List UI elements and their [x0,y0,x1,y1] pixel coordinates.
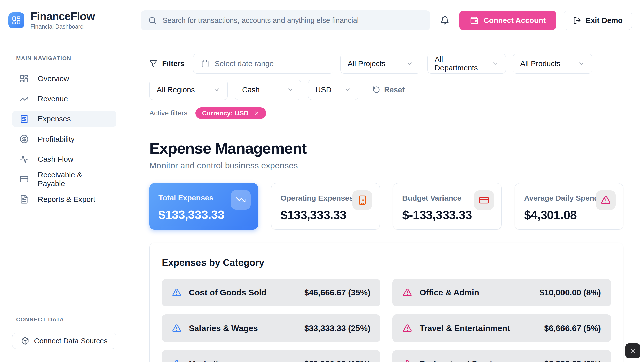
layout-dashboard-icon [20,74,29,83]
content: Filters Select date range All Projects A… [129,41,644,362]
currency-filter-chip[interactable]: Currency: USD [195,107,266,119]
sidebar-item-label: Revenue [38,95,68,103]
receipt-icon [20,114,29,123]
active-filters-label: Active filters: [149,109,189,117]
exit-demo-label: Exit Demo [586,16,623,25]
products-select[interactable]: All Products [513,54,592,74]
chevron-down-icon [578,60,585,67]
sidebar-item-label: Overview [38,74,69,83]
category-name: Salaries & Wages [189,324,297,333]
main-navigation: MAIN NAVIGATION Overview Revenue Expense… [0,41,129,211]
category-value: $10,000.00 (8%) [540,288,601,297]
accounting-basis-value: Cash [242,85,260,94]
alert-triangle-icon [601,195,611,205]
layout-dashboard-icon [12,16,21,25]
sidebar-item-cash-flow[interactable]: Cash Flow [12,151,116,167]
sidebar-item-profitability[interactable]: Profitability [12,131,116,147]
app-title: FinanceFlow [30,11,95,22]
category-value: $6,666.67 (5%) [544,324,601,333]
sidebar-item-overview[interactable]: Overview [12,71,116,87]
sidebar: FinanceFlow Financial Dashboard MAIN NAV… [0,0,129,362]
notifications-button[interactable] [440,16,449,25]
exit-demo-button[interactable]: Exit Demo [564,11,632,30]
sidebar-item-label: Profitability [38,135,75,143]
category-row-salaries-wages[interactable]: Salaries & Wages $33,333.33 (25%) [162,314,380,342]
sidebar-item-reports-export[interactable]: Reports & Export [12,191,116,207]
stat-icon-tile [352,190,372,210]
sidebar-item-revenue[interactable]: Revenue [12,91,116,107]
topbar: Connect Account Exit Demo [129,0,644,41]
connect-account-label: Connect Account [484,16,546,25]
activity-icon [20,155,29,164]
stat-value: $133,333.33 [280,208,371,222]
box-icon [21,337,29,345]
search-icon [148,16,156,24]
stat-card-budget-variance[interactable]: Budget Variance $-133,333.33 [393,183,502,230]
app-logo [8,12,24,28]
chevron-down-icon [213,86,220,93]
stat-card-operating-expenses[interactable]: Operating Expenses $133,333.33 [271,183,380,230]
main-area: Connect Account Exit Demo Filters Select… [129,0,644,362]
reset-filters-button[interactable]: Reset [371,85,406,94]
category-row-marketing[interactable]: Marketing $20,000.00 (15%) [162,350,380,362]
category-name: Marketing [189,359,297,362]
brand-text: FinanceFlow Financial Dashboard [30,11,95,30]
date-range-placeholder: Select date range [215,59,274,68]
brand-header: FinanceFlow Financial Dashboard [0,0,129,41]
alert-triangle-icon [172,288,181,297]
alert-triangle-icon [403,288,412,297]
close-button[interactable] [625,343,640,358]
chevron-down-icon [492,60,499,67]
projects-select[interactable]: All Projects [340,54,420,74]
page-subtitle: Monitor and control business expenses [149,161,623,170]
connect-account-button[interactable]: Connect Account [459,11,556,30]
stat-value: $-133,333.33 [402,208,492,222]
global-search[interactable] [141,10,430,30]
category-value: $33,333.33 (25%) [304,324,370,333]
connect-data-label: CONNECT DATA [16,316,116,323]
remove-filter-icon[interactable] [254,110,260,116]
accounting-basis-select[interactable]: Cash [235,80,301,100]
stat-icon-tile [596,190,616,210]
category-row-cost-of-goods-sold[interactable]: Cost of Goods Sold $46,666.67 (35%) [162,279,380,306]
filters-row-2: All Regions Cash USD Reset [149,80,623,100]
wallet-icon [470,16,478,25]
sidebar-item-receivable-payable[interactable]: Receivable & Payable [12,171,116,187]
alert-triangle-icon [403,359,412,362]
sidebar-item-label: Expenses [38,115,71,123]
chevron-down-icon [287,86,294,93]
departments-select[interactable]: All Departments [427,54,506,74]
category-row-travel-entertainment[interactable]: Travel & Entertainment $6,666.67 (5%) [392,314,611,342]
category-value: $20,000.00 (15%) [304,359,370,362]
category-list: Cost of Goods Sold $46,666.67 (35%) Offi… [162,279,611,362]
category-row-professional-services[interactable]: Professional Services $3,333.33 (3%) [392,350,611,362]
stat-card-total-expenses[interactable]: Total Expenses $133,333.33 [149,183,258,230]
stat-card-average-daily-spend[interactable]: Average Daily Spend $4,301.08 [515,183,623,230]
sidebar-item-expenses[interactable]: Expenses [12,111,116,127]
date-range-input[interactable]: Select date range [193,54,333,74]
stat-value: $133,333.33 [158,208,249,222]
chevron-down-icon [344,86,351,93]
sidebar-item-label: Reports & Export [38,195,95,204]
section-divider [141,130,632,130]
app-tagline: Financial Dashboard [30,23,95,30]
active-filters-row: Active filters: Currency: USD [149,107,623,119]
alert-triangle-icon [172,359,181,362]
credit-card-icon [20,175,29,184]
currency-select-value: USD [315,85,331,94]
chip-label: Currency: USD [202,109,249,117]
regions-select[interactable]: All Regions [149,80,228,100]
trending-down-icon [236,195,246,205]
panel-title: Expenses by Category [162,257,611,268]
category-row-office-admin[interactable]: Office & Admin $10,000.00 (8%) [392,279,611,306]
connect-data-sources-button[interactable]: Connect Data Sources [12,333,116,349]
file-text-icon [20,195,29,204]
search-input[interactable] [162,16,423,25]
nav-section-label: MAIN NAVIGATION [16,55,129,62]
sidebar-item-label: Cash Flow [38,155,73,163]
currency-select[interactable]: USD [308,80,358,100]
regions-select-value: All Regions [157,85,195,94]
connect-data-sources-label: Connect Data Sources [34,337,108,345]
category-value: $3,333.33 (3%) [544,359,601,362]
expenses-by-category-panel: Expenses by Category Cost of Goods Sold … [149,243,623,362]
